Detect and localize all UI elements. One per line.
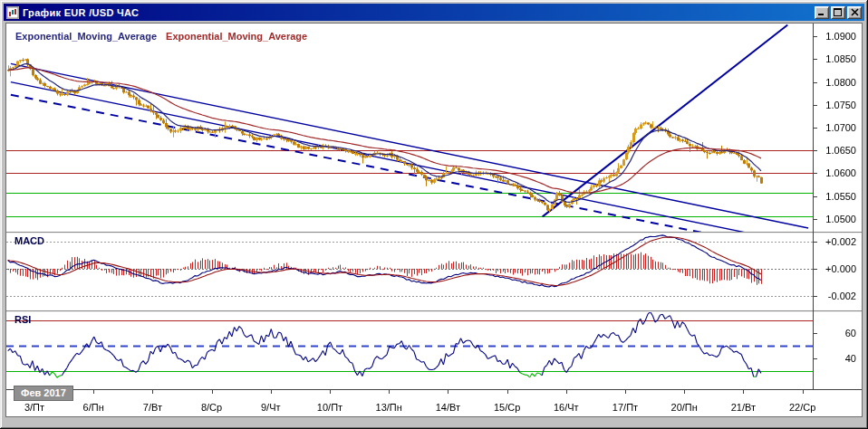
chart-area: Exponential_Moving_Average Exponential_M… bbox=[5, 23, 863, 417]
price-tick-label: 1.0600 bbox=[825, 167, 856, 178]
minimize-icon bbox=[817, 8, 826, 16]
date-tick-label: 22/Ср bbox=[789, 402, 815, 413]
price-tick-label: 1.0900 bbox=[825, 31, 856, 42]
chart-canvas[interactable] bbox=[6, 24, 862, 416]
date-tick-label: 21/Вт bbox=[731, 402, 756, 413]
date-tick-label: 17/Пт bbox=[612, 402, 638, 413]
maximize-icon bbox=[834, 8, 843, 16]
rsi-tick-label: 60 bbox=[845, 328, 856, 338]
legend-ema2: Exponential_Moving_Average bbox=[166, 31, 307, 42]
date-tick-label: 3/Пт bbox=[24, 402, 44, 413]
date-tick-label: 16/Чт bbox=[554, 402, 579, 413]
price-tick-label: 1.0500 bbox=[825, 214, 856, 224]
date-tick-label: 14/Вт bbox=[436, 402, 460, 413]
date-tick-label: 10/Пт bbox=[317, 402, 342, 413]
price-tick-label: 1.0650 bbox=[825, 145, 856, 156]
price-tick-label: 1.0700 bbox=[825, 122, 856, 133]
close-icon bbox=[851, 8, 859, 16]
macd-tick-label: +0.000 bbox=[825, 263, 856, 274]
price-tick-label: 1.0800 bbox=[825, 77, 856, 88]
price-tick-label: 1.0850 bbox=[825, 53, 856, 64]
date-tick-label: 9/Чт bbox=[261, 402, 281, 413]
month-label: Фев 2017 bbox=[14, 386, 73, 401]
date-tick-label: 7/Вт bbox=[143, 402, 162, 413]
close-button[interactable] bbox=[847, 6, 862, 19]
price-tick-label: 1.0750 bbox=[825, 100, 856, 110]
indicator-legend: Exponential_Moving_Average Exponential_M… bbox=[15, 31, 307, 42]
rsi-panel-label: RSI bbox=[14, 314, 31, 325]
date-tick-label: 15/Ср bbox=[494, 402, 520, 413]
minimize-button[interactable] bbox=[815, 6, 829, 19]
window-title: График EUR /USD ЧАС bbox=[23, 7, 813, 18]
price-tick-label: 1.0550 bbox=[825, 191, 856, 202]
date-tick-label: 20/Пн bbox=[671, 402, 698, 413]
maximize-button[interactable] bbox=[831, 6, 845, 19]
legend-ema1: Exponential_Moving_Average bbox=[15, 31, 157, 42]
application-window: График EUR /USD ЧАС Exponential_Moving_A… bbox=[0, 0, 868, 429]
candlestick-chart-icon bbox=[6, 6, 19, 19]
date-tick-label: 13/Пн bbox=[376, 402, 402, 413]
macd-tick-label: -0.002 bbox=[828, 291, 856, 301]
date-tick-label: 6/Пн bbox=[83, 402, 104, 413]
macd-panel-label: MACD bbox=[14, 235, 44, 246]
macd-tick-label: +0.002 bbox=[825, 236, 856, 247]
rsi-tick-label: 40 bbox=[845, 353, 856, 364]
window-titlebar[interactable]: График EUR /USD ЧАС bbox=[4, 4, 864, 21]
date-tick-label: 8/Ср bbox=[201, 402, 222, 413]
